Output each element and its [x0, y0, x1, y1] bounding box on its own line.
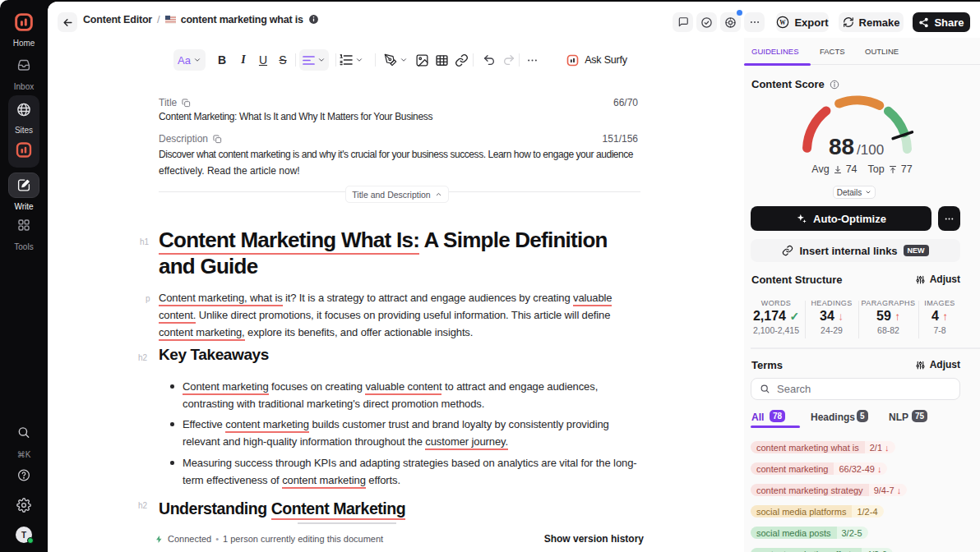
svg-text:W: W [780, 19, 787, 26]
